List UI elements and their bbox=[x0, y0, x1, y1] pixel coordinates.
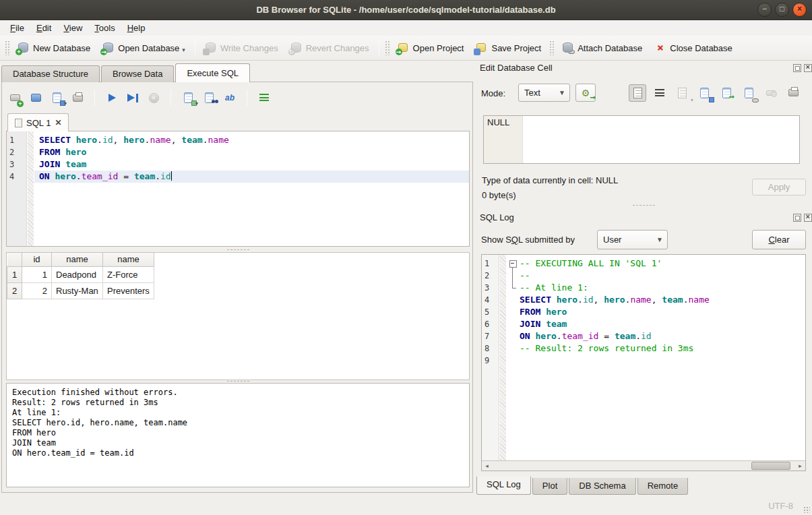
save-project-button[interactable]: Save Project bbox=[470, 40, 547, 56]
word-wrap-button[interactable] bbox=[651, 84, 668, 102]
print-cell-button[interactable] bbox=[784, 84, 802, 102]
print-button[interactable] bbox=[70, 90, 85, 105]
export-results-button[interactable]: ▾ bbox=[181, 90, 195, 105]
code-line: 4SELECT hero.id, hero.name, team.name bbox=[482, 294, 805, 306]
sql-log-float-icon[interactable] bbox=[793, 214, 801, 222]
sql-tab-label: SQL 1 bbox=[26, 118, 51, 128]
menu-file[interactable]: File bbox=[4, 22, 30, 34]
log-filter-select[interactable]: User ▼ bbox=[597, 230, 668, 249]
menu-edit[interactable]: Edit bbox=[30, 22, 57, 34]
auto-switch-mode-button[interactable]: ⚙➞ bbox=[575, 84, 596, 102]
scroll-right-icon[interactable]: ▸ bbox=[795, 461, 805, 471]
find-button[interactable] bbox=[201, 90, 216, 105]
sql-log-close-icon[interactable] bbox=[804, 214, 812, 222]
encoding-indicator[interactable]: UTF-8 bbox=[768, 501, 793, 511]
open-database-button[interactable]: ➞ Open Database ▾ bbox=[96, 40, 191, 56]
row-header[interactable]: 1 bbox=[7, 266, 22, 282]
table-cell[interactable]: 2 bbox=[22, 282, 52, 299]
table-row: 11DeadpondZ-Force bbox=[7, 266, 154, 282]
table-cell[interactable]: Z-Force bbox=[103, 266, 154, 282]
menu-help[interactable]: Help bbox=[121, 22, 152, 34]
open-sql-file-button[interactable] bbox=[28, 90, 43, 105]
tab-browse-data[interactable]: Browse Data bbox=[101, 65, 174, 82]
text-document-button[interactable] bbox=[629, 84, 646, 102]
cell-value-editor[interactable]: NULL bbox=[483, 115, 800, 164]
set-null-button[interactable] bbox=[762, 84, 780, 102]
table-cell[interactable]: Preventers bbox=[103, 282, 154, 299]
close-button[interactable]: × bbox=[792, 3, 807, 17]
dock-tab-remote[interactable]: Remote bbox=[637, 478, 689, 495]
column-header-name[interactable]: name bbox=[103, 253, 154, 266]
toolbar-drag-handle[interactable] bbox=[5, 40, 9, 55]
dock-tab-plot[interactable]: Plot bbox=[532, 478, 567, 495]
save-as-button[interactable] bbox=[695, 84, 713, 102]
sql-document-tab[interactable]: SQL 1 ✕ bbox=[7, 113, 69, 131]
dock-splitter[interactable] bbox=[481, 203, 806, 207]
open-in-external-button[interactable] bbox=[740, 84, 757, 102]
mode-label: Mode: bbox=[481, 88, 505, 98]
mode-select[interactable]: Text ▼ bbox=[518, 84, 570, 102]
scroll-left-icon[interactable]: ◂ bbox=[482, 461, 492, 471]
tab-database-structure[interactable]: Database Structure bbox=[1, 65, 100, 82]
cell-editor-toolbar: ▾ ➞ bbox=[629, 84, 803, 102]
scrollbar-thumb[interactable] bbox=[751, 462, 790, 470]
table-cell[interactable]: 1 bbox=[22, 266, 52, 282]
execution-message-box: Execution finished without errors. Resul… bbox=[6, 383, 470, 487]
window-title: DB Browser for SQLite - /home/user/code/… bbox=[256, 5, 555, 15]
new-database-icon: + bbox=[18, 42, 29, 53]
edit-cell-close-icon[interactable] bbox=[804, 64, 812, 72]
cell-type-info: Type of data currently in cell: NULL bbox=[482, 175, 618, 185]
corner-header[interactable] bbox=[7, 253, 22, 266]
write-changes-button[interactable]: Write Changes bbox=[199, 40, 284, 56]
execute-current-line-button[interactable] bbox=[125, 90, 140, 105]
column-header-name[interactable]: name bbox=[52, 253, 103, 266]
table-cell[interactable]: Deadpond bbox=[52, 266, 103, 282]
dock-tab-sql-log[interactable]: SQL Log bbox=[476, 477, 531, 495]
toolbar-drag-handle[interactable] bbox=[385, 40, 389, 55]
menu-view[interactable]: View bbox=[57, 22, 88, 34]
clear-log-button[interactable]: Clear bbox=[752, 230, 806, 249]
dock-tab-bar: SQL LogPlotDB SchemaRemote bbox=[476, 477, 689, 495]
code-line: 3-- At line 1: bbox=[482, 282, 805, 294]
revert-changes-button[interactable]: ↻ Revert Changes bbox=[284, 40, 375, 56]
menu-bar: FileEditViewToolsHelp bbox=[0, 20, 812, 36]
save-sql-file-button[interactable]: ▾ bbox=[49, 90, 64, 105]
stop-button[interactable]: × bbox=[146, 90, 161, 105]
sql-editor[interactable]: 1SELECT hero.id, hero.name, team.name2FR… bbox=[6, 131, 470, 247]
apply-button[interactable]: Apply bbox=[752, 179, 806, 195]
menu-tools[interactable]: Tools bbox=[88, 22, 121, 34]
edit-cell-float-icon[interactable] bbox=[793, 64, 801, 72]
cell-size-info: 0 byte(s) bbox=[482, 190, 516, 200]
toolbar-drag-handle[interactable] bbox=[549, 40, 554, 55]
code-line: 7ON hero.team_id = team.id bbox=[482, 330, 805, 342]
row-header[interactable]: 2 bbox=[7, 282, 22, 299]
sql-log-view[interactable]: 1-- EXECUTING ALL IN 'SQL 1'2--3-- At li… bbox=[481, 254, 806, 471]
export-to-file-button[interactable]: ➞ bbox=[718, 84, 735, 102]
replace-button[interactable]: ab bbox=[222, 90, 237, 105]
table-row: 22Rusty-ManPreventers bbox=[7, 282, 154, 299]
sql-log-dock-title: SQL Log bbox=[480, 212, 514, 222]
format-sql-button[interactable] bbox=[257, 90, 272, 105]
open-database-dropdown-icon[interactable]: ▾ bbox=[182, 47, 185, 53]
maximize-button[interactable]: □ bbox=[775, 3, 789, 17]
fold-marker-start[interactable] bbox=[509, 258, 517, 270]
dock-tab-db-schema[interactable]: DB Schema bbox=[569, 478, 635, 495]
open-project-button[interactable]: ➞ Open Project bbox=[392, 40, 470, 56]
execute-all-button[interactable] bbox=[104, 90, 119, 105]
close-database-button[interactable]: × Close Database bbox=[648, 40, 739, 56]
attach-database-button[interactable]: Attach Database bbox=[556, 40, 648, 56]
new-database-button[interactable]: + New Database bbox=[11, 40, 96, 56]
column-header-id[interactable]: id bbox=[22, 253, 52, 266]
log-horizontal-scrollbar[interactable]: ◂ ▸ bbox=[482, 460, 805, 471]
table-cell[interactable]: Rusty-Man bbox=[52, 282, 103, 299]
code-line: 5FROM hero bbox=[482, 306, 805, 318]
tab-execute-sql[interactable]: Execute SQL bbox=[175, 63, 250, 82]
new-sql-tab-button[interactable]: + bbox=[7, 90, 22, 105]
resize-grip[interactable] bbox=[803, 506, 810, 513]
fold-marker-mid bbox=[509, 270, 517, 282]
code-line: 1SELECT hero.id, hero.name, team.name bbox=[7, 134, 469, 146]
import-from-file-button[interactable]: ▾ bbox=[673, 84, 691, 102]
editor-results-splitter[interactable] bbox=[6, 247, 470, 251]
minimize-button[interactable]: − bbox=[757, 3, 772, 17]
sql-tab-close-icon[interactable]: ✕ bbox=[55, 118, 61, 127]
